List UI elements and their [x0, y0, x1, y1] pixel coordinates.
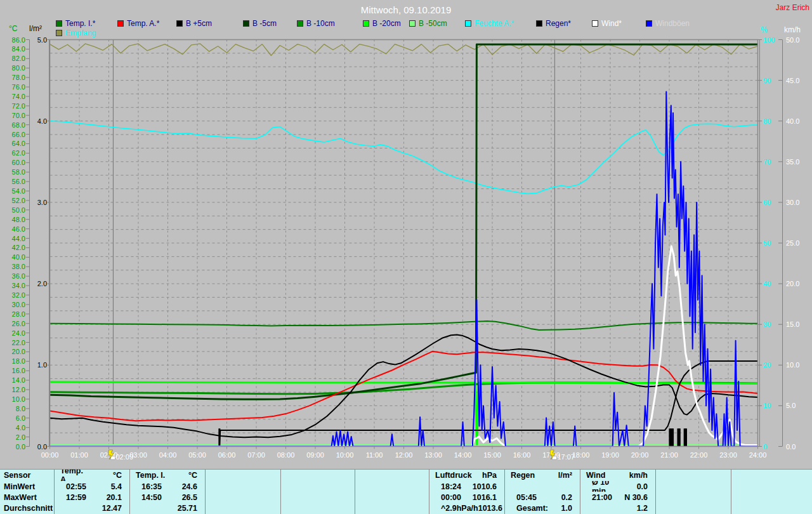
legend-label: B -20cm — [372, 19, 401, 28]
svg-text:50: 50 — [763, 239, 771, 247]
legend-item-wind: Wind* — [592, 20, 622, 27]
svg-text:90: 90 — [763, 77, 771, 84]
svg-text:06:00: 06:00 — [218, 451, 236, 459]
svg-text:23:00: 23:00 — [719, 451, 737, 459]
svg-text:2.0: 2.0 — [37, 280, 47, 287]
svg-text:68.0: 68.0 — [12, 121, 25, 129]
col-unit: l/m² — [542, 471, 580, 480]
b-minus50-swatch-icon — [409, 20, 416, 27]
svg-text:22.0: 22.0 — [12, 339, 25, 346]
cell-time: ^2.9hPa/h — [429, 504, 478, 513]
svg-text:62.0: 62.0 — [12, 149, 25, 157]
svg-text:40.0: 40.0 — [12, 253, 25, 261]
b-minus10-swatch-icon — [297, 20, 303, 27]
svg-text:80.0: 80.0 — [12, 64, 25, 72]
svg-text:20:00: 20:00 — [631, 451, 649, 459]
cell-value: 25.71 — [169, 504, 205, 513]
axis-%: 0102030405060708090100 — [758, 36, 775, 451]
table-col-wind: Windkm/hØ 10 min.0.021:00N 30.61.2 — [580, 470, 655, 514]
svg-text:04:00: 04:00 — [159, 451, 177, 459]
svg-text:66.0: 66.0 — [12, 131, 25, 138]
svg-text:56.0: 56.0 — [12, 178, 25, 185]
col-unit: hPa — [472, 471, 504, 480]
cell-time: 18:24 — [429, 482, 468, 491]
cell-value: 1013.6 — [478, 504, 504, 513]
svg-text:16.0: 16.0 — [12, 367, 25, 374]
svg-text:58.0: 58.0 — [12, 168, 25, 176]
svg-text:84.0: 84.0 — [12, 45, 25, 53]
svg-text:32.0: 32.0 — [12, 291, 25, 299]
table-col-temp-a-: Temp. A.°C02:555.412:5920.112.47 — [54, 470, 129, 514]
svg-text:4.0: 4.0 — [16, 424, 25, 432]
svg-text:70.0: 70.0 — [12, 112, 25, 119]
svg-text:86.0: 86.0 — [12, 36, 25, 44]
cell-time: 00:00 — [429, 493, 468, 502]
svg-text:100: 100 — [763, 36, 775, 44]
cell-time: 14:50 — [130, 493, 169, 502]
table-col-luftdruck: LuftdruckhPa18:241010.600:001016.1^2.9hP… — [429, 470, 504, 514]
col-unit: °C — [92, 471, 129, 480]
svg-text:60.0: 60.0 — [12, 159, 25, 166]
axis-unit-litre: l/m² — [29, 24, 42, 33]
svg-text:80: 80 — [763, 117, 771, 125]
svg-text:24.0: 24.0 — [12, 329, 25, 337]
regen-swatch-icon — [536, 20, 542, 27]
col-header: Luftdruck — [429, 471, 472, 480]
table-col-empty-2 — [205, 470, 280, 514]
cell-time: 21:00 — [580, 493, 619, 502]
svg-text:36.0: 36.0 — [12, 272, 25, 280]
svg-text:18.0: 18.0 — [12, 357, 25, 365]
col-unit: km/h — [618, 471, 655, 480]
cell-time: 12:59 — [55, 493, 93, 502]
wind-swatch-icon — [592, 20, 598, 27]
svg-text:64.0: 64.0 — [12, 140, 25, 147]
svg-text:28.0: 28.0 — [12, 310, 25, 318]
legend-item-temp-i: Temp. I.* — [56, 20, 95, 27]
table-col-empty-4 — [355, 470, 429, 514]
legend-item-b-minus5: B -5cm — [243, 20, 277, 27]
svg-text:40: 40 — [763, 280, 771, 287]
table-col-regen: Regenl/m²05:450.2Gesamt:1.0 — [504, 470, 580, 514]
svg-text:20: 20 — [763, 361, 771, 369]
svg-text:25.0: 25.0 — [786, 239, 799, 247]
cell-value: 24.6 — [169, 482, 205, 491]
svg-text:40.0: 40.0 — [786, 117, 799, 125]
cell-value: 1010.6 — [468, 482, 504, 491]
svg-text:38.0: 38.0 — [12, 263, 25, 270]
series-regen-impulse — [219, 428, 686, 446]
cell-value: 26.5 — [169, 493, 205, 502]
table-col-empty-9 — [731, 470, 812, 514]
svg-text:05:00: 05:00 — [188, 451, 206, 459]
svg-text:24:00: 24:00 — [749, 451, 767, 459]
svg-text:00:00: 00:00 — [41, 451, 59, 459]
time-marker-label: 17:07 — [557, 453, 575, 461]
stats-table: SensorMinWertMaxWertDurchschnittTemp. A.… — [0, 469, 812, 514]
svg-text:10:00: 10:00 — [336, 451, 354, 459]
cell-time: 05:45 — [505, 493, 544, 502]
svg-text:76.0: 76.0 — [12, 83, 25, 91]
weather-app: { "header": { "title": "Mittwoch, 09.10.… — [0, 0, 812, 514]
legend-item-windboeen: Windböen — [646, 20, 690, 27]
time-marker-label: 02:09 — [115, 453, 133, 461]
svg-text:30: 30 — [763, 320, 771, 328]
svg-text:12.0: 12.0 — [12, 386, 25, 393]
svg-text:50.0: 50.0 — [786, 36, 799, 44]
legend-item-regen: Regen* — [536, 20, 571, 27]
svg-text:44.0: 44.0 — [12, 235, 25, 242]
row-label: MaxWert — [0, 493, 37, 502]
axis-unit-kmh: km/h — [784, 25, 801, 34]
svg-text:48.0: 48.0 — [12, 216, 25, 223]
cell-time: Gesamt: — [505, 504, 548, 513]
axis-km/h: 0.05.010.015.020.025.030.035.040.045.050… — [778, 36, 799, 451]
cell-value: 1016.1 — [468, 493, 504, 502]
legend-item-b-plus5: B +5cm — [176, 20, 212, 27]
svg-text:0.0: 0.0 — [786, 443, 796, 451]
x-axis: 00:0001:0002:0003:0004:0005:0006:0007:00… — [41, 447, 767, 459]
legend-item-b-minus10: B -10cm — [297, 20, 335, 27]
svg-text:82.0: 82.0 — [12, 55, 25, 62]
svg-text:07:00: 07:00 — [247, 451, 265, 459]
svg-text:46.0: 46.0 — [12, 225, 25, 233]
svg-text:11:00: 11:00 — [366, 451, 383, 459]
svg-text:14:00: 14:00 — [454, 451, 472, 459]
svg-text:3.0: 3.0 — [37, 199, 47, 206]
